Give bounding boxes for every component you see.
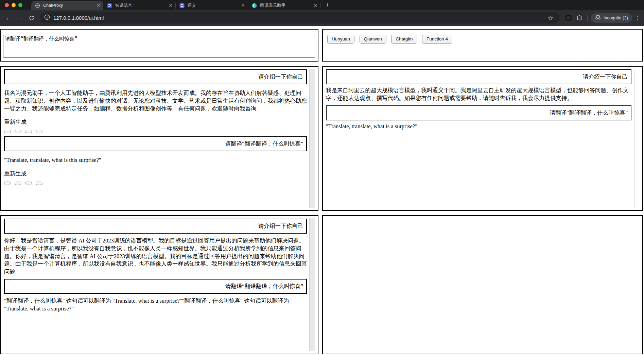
site-info-icon[interactable] — [44, 14, 50, 21]
assistant-message: 我是来自阿里云的超大规模语言模型，我叫通义千问。我是阿里云自主研发的超大规模语言… — [326, 87, 631, 102]
address-bar[interactable]: 127.0.0.1:8000/ui.html ☆ — [40, 12, 560, 23]
user-message: 请翻译“翻译翻译，什么叫惊喜” — [326, 105, 631, 120]
chatproxy-favicon-icon — [35, 3, 40, 8]
incognito-icon — [595, 15, 601, 21]
tab-tongyi[interactable]: 通义 ✕ — [176, 1, 248, 10]
tongyi-favicon-icon — [179, 3, 185, 8]
model-buttons-row: Hunyuan Qianwen Chatglm Function 4 — [323, 30, 642, 44]
user-message: 请翻译“翻译翻译，什么叫惊喜” — [4, 279, 307, 294]
incognito-label: Incognito (2) — [604, 15, 628, 20]
scrollbar[interactable] — [309, 69, 315, 208]
browser-chrome: ChatProxy ✕ 智谱清言 ✕ 通义 ✕ — [0, 0, 644, 26]
forward-icon[interactable]: → — [15, 13, 25, 23]
reload-icon[interactable] — [27, 13, 36, 23]
tab-title: 腾讯混元助手 — [260, 3, 311, 9]
incognito-badge[interactable]: Incognito (2) — [591, 13, 632, 23]
tab-close-icon[interactable]: ✕ — [97, 3, 101, 8]
zhipu-favicon-icon — [107, 3, 112, 8]
qianwen-chat-log: 请介绍一下你自己 我是来自阿里云的超大规模语言模型，我叫通义千问。我是阿里云自主… — [323, 67, 642, 210]
mini-actions-row — [4, 182, 307, 185]
tab-title: 通义 — [188, 3, 239, 9]
user-message-text: 请介绍一下你自己 — [258, 73, 303, 81]
user-message: 请翻译“翻译翻译，什么叫惊喜” — [4, 136, 307, 151]
qianwen-chat-panel: 请介绍一下你自己 我是来自阿里云的超大规模语言模型，我叫通义千问。我是阿里云自主… — [322, 66, 643, 211]
user-message: 请介绍一下你自己 — [4, 69, 307, 84]
assistant-message: "Translate, translate, what is a surpris… — [326, 123, 631, 131]
mini-action-button[interactable] — [4, 130, 11, 133]
hunyuan-chat-panel: 请介绍一下你自己 我名为混元助手，一个人工智能助手，由腾讯利用先进的大模型技术开… — [0, 66, 318, 211]
mini-action-button[interactable] — [15, 130, 21, 133]
prompt-input[interactable]: 请翻译“翻译翻译，什么叫惊喜” — [3, 35, 315, 58]
qianwen-button[interactable]: Qianwen — [360, 35, 386, 44]
tab-bar: ChatProxy ✕ 智谱清言 ✕ 通义 ✕ — [0, 0, 644, 10]
chatglm-chat-panel: 请介绍一下你自己 你好，我是智谱清言，是智谱 AI 公司于2023训练的语言模型… — [0, 215, 318, 354]
assistant-message: 我名为混元助手，一个人工智能助手，由腾讯利用先进的大模型技术开发而成。我的存在旨… — [4, 89, 307, 113]
tab-hunyuan[interactable]: 腾讯混元助手 ✕ — [248, 1, 320, 10]
close-window-button[interactable] — [5, 3, 9, 7]
toolbar-separator — [587, 15, 588, 21]
scrollbar[interactable] — [634, 69, 640, 208]
mini-action-button[interactable] — [36, 182, 42, 185]
tab-divider — [320, 3, 320, 9]
tab-strip: ChatProxy ✕ 智谱清言 ✕ 通义 ✕ — [31, 0, 329, 10]
hunyuan-favicon-icon — [252, 3, 257, 8]
back-icon[interactable]: ← — [4, 13, 13, 23]
user-message-text: 请翻译“翻译翻译，什么叫惊喜” — [225, 140, 303, 148]
mini-action-button[interactable] — [25, 182, 32, 185]
chatproxy-page: 请翻译“翻译翻译，什么叫惊喜” Hunyuan Qianwen Chatglm … — [0, 26, 644, 354]
assistant-message: "翻译翻译，什么叫惊喜" 这句话可以翻译为 "Translate, what i… — [4, 297, 307, 313]
extension-circle-icon[interactable] — [564, 13, 573, 23]
tab-title: ChatProxy — [43, 3, 94, 8]
address-toolbar: ← → 127.0.0.1:8000/ui.html ☆ Incognito (… — [0, 10, 644, 26]
url-text[interactable]: 127.0.0.1:8000/ui.html — [53, 15, 544, 21]
regenerate-button[interactable]: 重新生成 — [4, 170, 307, 178]
menu-kebab-icon[interactable]: ⋮ — [635, 15, 640, 21]
tab-title: 智谱清言 — [115, 3, 167, 9]
user-message: 请介绍一下你自己 — [326, 69, 631, 84]
function4-button[interactable]: Function 4 — [422, 35, 452, 44]
composer-panel: 请翻译“翻译翻译，什么叫惊喜” — [0, 29, 318, 62]
assistant-message: 你好，我是智谱清言，是智谱 AI 公司于2023训练的语言模型。我的目标是通过回… — [4, 237, 307, 276]
user-message-text: 请翻译“翻译翻译，什么叫惊喜” — [550, 109, 628, 117]
tab-chatproxy[interactable]: ChatProxy ✕ — [31, 1, 103, 10]
hunyuan-button[interactable]: Hunyuan — [327, 35, 354, 44]
mini-actions-row — [4, 130, 307, 133]
model-buttons-panel: Hunyuan Qianwen Chatglm Function 4 — [322, 29, 643, 62]
regenerate-button[interactable]: 重新生成 — [4, 118, 307, 126]
mini-action-button[interactable] — [4, 182, 11, 185]
function4-chat-panel — [322, 215, 643, 354]
extensions-puzzle-icon[interactable] — [575, 13, 584, 23]
tab-close-icon[interactable]: ✕ — [241, 3, 245, 8]
minimize-window-button[interactable] — [12, 3, 16, 7]
panel-grid: 请翻译“翻译翻译，什么叫惊喜” Hunyuan Qianwen Chatglm … — [0, 29, 644, 354]
scrollbar[interactable] — [309, 218, 315, 351]
chatglm-chat-log: 请介绍一下你自己 你好，我是智谱清言，是智谱 AI 公司于2023训练的语言模型… — [1, 216, 318, 354]
assistant-message: "Translate, translate, what is this surp… — [4, 156, 307, 164]
bookmark-star-icon[interactable]: ☆ — [546, 13, 555, 23]
mini-action-button[interactable] — [15, 182, 21, 185]
mini-action-button[interactable] — [36, 130, 42, 133]
hunyuan-chat-log: 请介绍一下你自己 我名为混元助手，一个人工智能助手，由腾讯利用先进的大模型技术开… — [1, 67, 318, 210]
tab-zhipu[interactable]: 智谱清言 ✕ — [103, 1, 175, 10]
zoom-window-button[interactable] — [18, 3, 22, 7]
user-message-text: 请介绍一下你自己 — [258, 222, 303, 230]
tab-close-icon[interactable]: ✕ — [169, 3, 173, 8]
chatglm-button[interactable]: Chatglm — [391, 35, 417, 44]
tab-close-icon[interactable]: ✕ — [313, 3, 317, 8]
new-tab-button[interactable]: + — [326, 2, 329, 8]
user-message-text: 请介绍一下你自己 — [583, 73, 628, 81]
user-message-text: 请翻译“翻译翻译，什么叫惊喜” — [225, 283, 303, 290]
window-controls — [5, 3, 22, 7]
user-message: 请介绍一下你自己 — [4, 219, 307, 234]
mini-action-button[interactable] — [25, 130, 32, 133]
